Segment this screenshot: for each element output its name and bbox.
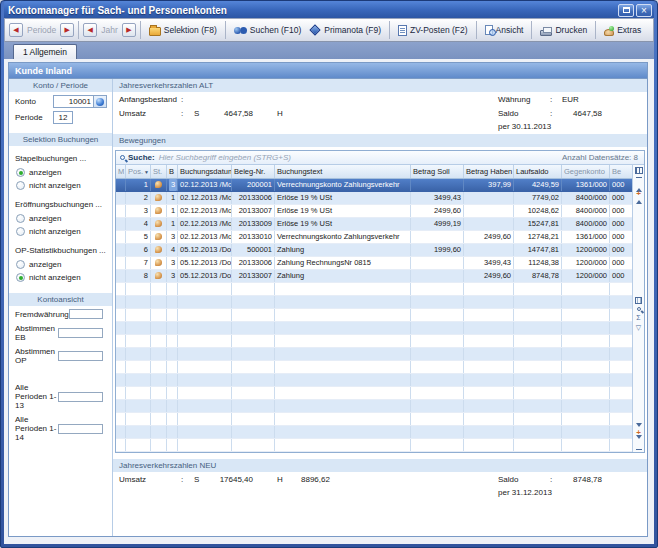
table-cell xyxy=(116,218,126,230)
table-cell xyxy=(411,231,464,243)
radio-icon[interactable] xyxy=(16,227,25,236)
status-hand-icon xyxy=(155,259,162,266)
neu-per-date: per 31.12.2013 xyxy=(498,488,552,497)
table-row[interactable]: 2102.12.2013 /Mo20133006Erlöse 19 % USt3… xyxy=(116,192,632,205)
folder-icon xyxy=(149,27,161,36)
primanota-label: Primanota (F9) xyxy=(324,25,381,35)
periode-next-button[interactable]: ▶ xyxy=(60,23,74,37)
radio-eroeffnung-anzeigen[interactable]: anzeigen xyxy=(9,212,112,225)
check-abstimmen-eb[interactable]: Abstimmen EB xyxy=(9,321,112,344)
konto-lookup-button[interactable] xyxy=(94,95,107,108)
periode-input[interactable]: 12 xyxy=(53,111,73,124)
jahr-next-button[interactable]: ▶ xyxy=(122,23,136,37)
table-empty-row xyxy=(116,426,632,439)
drucken-button[interactable]: Drucken xyxy=(536,23,591,38)
check-fremdwaehrung[interactable]: Fremdwährung xyxy=(9,306,112,321)
radio-op-nicht-anzeigen[interactable]: nicht anzeigen xyxy=(9,271,112,284)
column-header[interactable]: Buchungsdatum xyxy=(178,165,232,178)
goto-last-icon[interactable] xyxy=(636,439,642,450)
table-row[interactable]: 5302.12.2013 /Mo20133010Verrechnungskont… xyxy=(116,231,632,244)
close-icon: × xyxy=(641,5,647,16)
insert-row-icon[interactable]: + xyxy=(636,191,641,197)
restore-button[interactable] xyxy=(618,4,634,17)
radio-label: nicht anzeigen xyxy=(29,227,81,236)
table-empty-row xyxy=(116,296,632,309)
column-header[interactable]: Betrag Soll xyxy=(411,165,464,178)
radio-eroeffnung-nicht-anzeigen[interactable]: nicht anzeigen xyxy=(9,225,112,238)
table-cell: 1361/000 xyxy=(562,179,610,191)
status-hand-icon xyxy=(155,272,162,279)
extras-button[interactable]: Extras xyxy=(600,23,645,38)
table-cell: 3499,43 xyxy=(411,192,464,204)
filter-icon[interactable]: ▽ xyxy=(636,324,641,331)
column-header[interactable]: Betrag Haben xyxy=(464,165,514,178)
column-header[interactable]: Be xyxy=(610,165,632,178)
periode-prev-button[interactable]: ◀ xyxy=(9,23,23,37)
table-cell xyxy=(151,257,167,269)
table-row[interactable]: 6405.12.2013 /Do500001Zahlung1999,601474… xyxy=(116,244,632,257)
column-header[interactable]: Gegenkonto xyxy=(562,165,610,178)
table-cell: 02.12.2013 /Mo xyxy=(178,231,232,243)
saldo-label: Saldo xyxy=(498,475,550,484)
column-chooser-icon[interactable] xyxy=(635,167,643,174)
column-header[interactable]: Laufsaldo xyxy=(514,165,562,178)
table-row[interactable]: 3102.12.2013 /Mo20133007Erlöse 19 % USt2… xyxy=(116,205,632,218)
neu-section-header: Jahresverkehrszahlen NEU xyxy=(113,459,647,472)
column-header[interactable]: B xyxy=(167,165,178,178)
checkbox-icon[interactable] xyxy=(58,424,103,434)
table-row[interactable]: 1302.12.2013 /Mo200001Verrechnungskonto … xyxy=(116,179,632,192)
search-input[interactable]: Hier Suchbegriff eingeben (STRG+S) xyxy=(159,153,562,162)
checkbox-icon[interactable] xyxy=(58,351,103,361)
tab-allgemein[interactable]: 1 Allgemein xyxy=(13,44,77,59)
status-hand-icon xyxy=(155,207,162,214)
radio-icon[interactable] xyxy=(16,181,25,190)
scroll-down-icon[interactable] xyxy=(636,423,642,427)
selektion-button[interactable]: Selektion (F8) xyxy=(145,23,221,38)
radio-op-anzeigen[interactable]: anzeigen xyxy=(9,258,112,271)
document-icon xyxy=(398,25,407,36)
window-title: Kontomanager für Sach- und Personenkonte… xyxy=(8,5,616,16)
column-header[interactable]: Pos.▼ xyxy=(126,165,151,178)
ansicht-button[interactable]: Ansicht xyxy=(481,23,528,37)
scroll-up-icon[interactable] xyxy=(636,200,642,204)
columns-settings-icon[interactable] xyxy=(635,297,642,304)
check-alle-perioden-14[interactable]: Alle Perioden 1-14 xyxy=(9,412,112,444)
zv-posten-button[interactable]: ZV-Posten (F2) xyxy=(394,23,472,38)
table-row[interactable]: 7305.12.2013 /Do20133006Zahlung Rechnung… xyxy=(116,257,632,270)
konto-input[interactable]: 10001 xyxy=(53,95,94,108)
suchen-button[interactable]: Suchen (F10) xyxy=(230,23,306,37)
table-cell: Erlöse 19 % USt xyxy=(275,192,411,204)
column-header[interactable]: Buchungstext xyxy=(275,165,411,178)
checkbox-icon[interactable] xyxy=(58,392,103,402)
table-cell: 15247,81 xyxy=(514,218,562,230)
table-cell: 6 xyxy=(126,244,151,256)
radio-stapel-nicht-anzeigen[interactable]: nicht anzeigen xyxy=(9,179,112,192)
table-cell: 8748,78 xyxy=(514,270,562,282)
table-cell xyxy=(464,244,514,256)
goto-first-icon[interactable] xyxy=(636,177,642,188)
sum-icon[interactable]: Σ xyxy=(636,314,640,321)
radio-icon[interactable] xyxy=(16,260,25,269)
primanota-button[interactable]: Primanota (F9) xyxy=(305,23,385,37)
checkbox-icon[interactable] xyxy=(69,309,103,319)
close-button[interactable]: × xyxy=(636,4,652,17)
radio-stapel-anzeigen[interactable]: anzeigen xyxy=(9,166,112,179)
check-abstimmen-op[interactable]: Abstimmen OP xyxy=(9,344,112,367)
check-alle-perioden-13[interactable]: Alle Perioden 1-13 xyxy=(9,380,112,412)
radio-icon[interactable] xyxy=(16,168,25,177)
radio-icon[interactable] xyxy=(16,273,25,282)
anfangsbestand-row: Anfangsbestand : Währung : EUR xyxy=(113,92,647,106)
checkbox-icon[interactable] xyxy=(58,328,103,338)
column-header[interactable]: St. xyxy=(151,165,167,178)
content-area: Kunde Inland Konto / Periode Konto 10001… xyxy=(4,59,654,544)
table-cell: 12748,21 xyxy=(514,231,562,243)
radio-icon[interactable] xyxy=(16,214,25,223)
table-cell: 7 xyxy=(126,257,151,269)
column-header[interactable]: Beleg-Nr. xyxy=(232,165,275,178)
table-row[interactable]: 8305.12.2013 /Do20133007Zahlung2499,6087… xyxy=(116,270,632,283)
table-cell xyxy=(151,192,167,204)
zoom-search-icon[interactable] xyxy=(637,307,641,311)
table-row[interactable]: 4102.12.2013 /Mo20133009Erlöse 19 % USt4… xyxy=(116,218,632,231)
jahr-prev-button[interactable]: ◀ xyxy=(83,23,97,37)
column-header[interactable]: M xyxy=(116,165,126,178)
